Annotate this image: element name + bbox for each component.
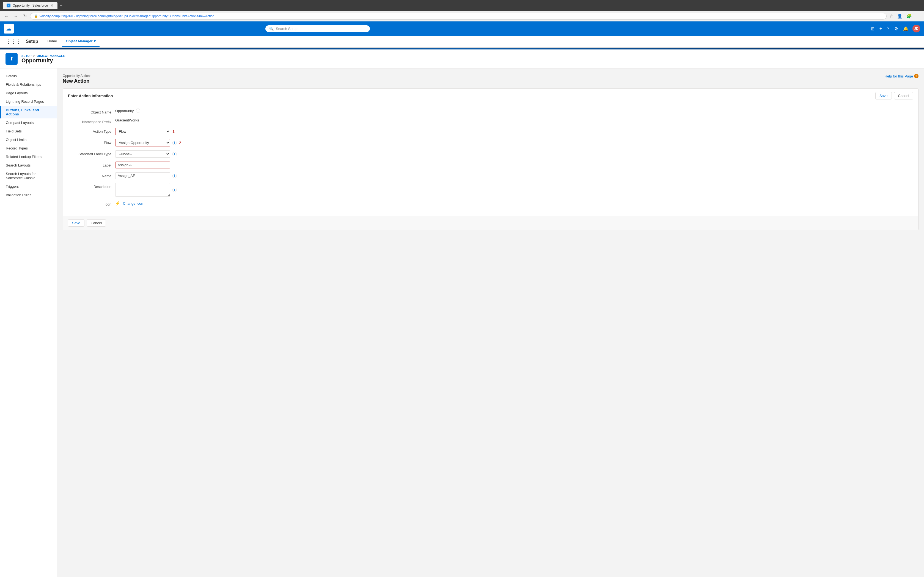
object-name-info-icon[interactable]: i — [136, 108, 140, 113]
sidebar-item-field-sets[interactable]: Field Sets — [0, 127, 57, 135]
description-textarea[interactable] — [115, 183, 170, 197]
grid-icon[interactable]: ⊞ — [870, 25, 876, 32]
flow-select[interactable]: Assign Opportunity Other Flow — [115, 139, 170, 147]
change-icon-link[interactable]: Change Icon — [123, 201, 143, 206]
app-menu-button[interactable]: ⋮⋮⋮ — [4, 37, 23, 46]
sidebar-item-related-lookup-filters[interactable]: Related Lookup Filters — [0, 153, 57, 161]
bookmark-button[interactable]: ☆ — [888, 12, 894, 20]
sidebar-item-compact-layouts[interactable]: Compact Layouts — [0, 118, 57, 127]
save-button-top[interactable]: Save — [876, 92, 892, 100]
help-link-text: Help for this Page — [885, 74, 913, 78]
sidebar-label-triggers: Triggers — [6, 184, 19, 189]
cancel-button-top[interactable]: Cancel — [894, 92, 913, 100]
help-icon[interactable]: ? — [886, 25, 890, 32]
sidebar-item-fields-relationships[interactable]: Fields & Relationships — [0, 80, 57, 89]
sidebar: Details Fields & Relationships Page Layo… — [0, 68, 57, 577]
sidebar-label-lightning-pages: Lightning Record Pages — [6, 100, 44, 103]
name-input[interactable] — [115, 172, 170, 179]
nav-home-label: Home — [47, 39, 57, 43]
sidebar-label-page-layouts: Page Layouts — [6, 91, 28, 95]
namespace-prefix-row: Namespace Prefix GradientWorks — [71, 118, 910, 124]
sidebar-label-field-sets: Field Sets — [6, 129, 22, 133]
sidebar-label-validation-rules: Validation Rules — [6, 193, 31, 197]
tab-close-button[interactable]: ✕ — [50, 3, 53, 8]
plus-icon[interactable]: + — [878, 25, 883, 32]
save-button-bottom[interactable]: Save — [68, 219, 84, 227]
name-field-label: Name — [71, 172, 115, 178]
sidebar-item-search-layouts-classic[interactable]: Search Layouts for Salesforce Classic — [0, 169, 57, 182]
sidebar-item-object-limits[interactable]: Object Limits — [0, 135, 57, 144]
profile-button[interactable]: 👤 — [896, 12, 904, 20]
sidebar-item-page-layouts[interactable]: Page Layouts — [0, 89, 57, 97]
icon-field-label: Icon — [71, 201, 115, 206]
standard-label-info-icon[interactable]: i — [173, 152, 177, 156]
menu-button[interactable]: ⋮ — [915, 12, 921, 20]
object-name-label: Object Name — [71, 108, 115, 114]
name-info-icon[interactable]: i — [173, 174, 177, 178]
form-footer: Save Cancel — [63, 216, 918, 230]
object-name-value: Opportunity — [115, 109, 134, 113]
browser-nav-icons: ☆ 👤 🧩 ⋮ — [888, 12, 921, 20]
form-card: Enter Action Information Save Cancel Obj… — [63, 89, 919, 230]
sidebar-label-fields: Fields & Relationships — [6, 82, 41, 87]
action-type-select[interactable]: Flow Custom Button Custom Link URL — [115, 128, 170, 135]
address-bar[interactable]: 🔒 velocity-computing-9919.lightning.forc… — [30, 13, 887, 19]
standard-label-type-label: Standard Label Type — [71, 150, 115, 156]
sidebar-item-buttons-links-actions[interactable]: Buttons, Links, and Actions — [0, 106, 57, 118]
search-icon: 🔍 — [269, 27, 274, 31]
label-input[interactable] — [115, 161, 170, 168]
back-button[interactable]: ← — [3, 13, 10, 20]
avatar[interactable]: JD — [913, 25, 920, 32]
lightning-bolt-icon: ⚡ — [115, 201, 121, 206]
sidebar-item-record-types[interactable]: Record Types — [0, 144, 57, 153]
cancel-button-bottom[interactable]: Cancel — [87, 219, 106, 227]
flow-number-badge: 2 — [179, 141, 181, 145]
name-row: Name i — [71, 172, 910, 179]
content-area: Opportunity Actions New Action Help for … — [57, 68, 924, 577]
breadcrumb: SETUP > OBJECT MANAGER — [21, 54, 65, 57]
sidebar-item-details[interactable]: Details — [0, 72, 57, 80]
sidebar-item-validation-rules[interactable]: Validation Rules — [0, 191, 57, 199]
form-body: Object Name Opportunity i Namespace Pref… — [63, 103, 918, 216]
action-type-number-badge: 1 — [173, 129, 174, 134]
forward-button[interactable]: → — [12, 13, 20, 20]
sf-header-icons: ⊞ + ? ⚙ 🔔 JD — [870, 25, 920, 32]
sf-logo[interactable]: ☁ — [4, 24, 14, 34]
tab-favicon: ☁ — [6, 3, 10, 7]
breadcrumb-object-manager[interactable]: OBJECT MANAGER — [37, 54, 65, 57]
sidebar-item-lightning-record-pages[interactable]: Lightning Record Pages — [0, 97, 57, 106]
nav-item-home[interactable]: Home — [44, 36, 61, 47]
object-name-field: Opportunity i — [115, 108, 910, 113]
nav-item-object-manager[interactable]: Object Manager ▾ — [62, 36, 100, 47]
browser-nav-bar: ← → ↻ 🔒 velocity-computing-9919.lightnin… — [0, 11, 924, 21]
browser-tab[interactable]: ☁ Opportunity | Salesforce ✕ — [3, 2, 58, 9]
help-link[interactable]: Help for this Page ? — [885, 74, 919, 78]
app-nav-title: Setup — [26, 39, 38, 44]
new-tab-button[interactable]: + — [60, 3, 63, 8]
sidebar-item-search-layouts[interactable]: Search Layouts — [0, 161, 57, 169]
sf-search-bar[interactable]: 🔍 Search Setup — [265, 25, 370, 32]
object-name-row: Object Name Opportunity i — [71, 108, 910, 114]
lock-icon: 🔒 — [34, 14, 38, 18]
form-card-header: Enter Action Information Save Cancel — [63, 89, 918, 103]
address-text: velocity-computing-9919.lightning.force.… — [40, 14, 215, 18]
bell-icon[interactable]: 🔔 — [902, 25, 910, 32]
sidebar-item-triggers[interactable]: Triggers — [0, 182, 57, 191]
reload-button[interactable]: ↻ — [21, 12, 28, 20]
main-layout: Details Fields & Relationships Page Layo… — [0, 68, 924, 577]
object-header-text: SETUP > OBJECT MANAGER Opportunity — [21, 54, 65, 64]
browser-chrome: ☁ Opportunity | Salesforce ✕ + — [0, 0, 924, 11]
settings-icon[interactable]: ⚙ — [893, 25, 899, 32]
sf-header: ☁ 🔍 Search Setup ⊞ + ? ⚙ 🔔 JD — [0, 21, 924, 36]
icon-field: ⚡ Change Icon — [115, 201, 910, 206]
flow-info-icon[interactable]: i — [173, 141, 177, 145]
label-field — [115, 161, 910, 168]
standard-label-type-select[interactable]: --None-- New Edit Delete View — [115, 150, 170, 158]
extensions-button[interactable]: 🧩 — [905, 12, 913, 20]
section-label: Opportunity Actions — [63, 74, 91, 78]
action-type-row: Action Type Flow Custom Button Custom Li… — [71, 128, 910, 135]
description-info-icon[interactable]: i — [173, 188, 177, 192]
label-row: Label — [71, 161, 910, 168]
breadcrumb-setup[interactable]: SETUP — [21, 54, 32, 57]
action-type-label: Action Type — [71, 128, 115, 134]
